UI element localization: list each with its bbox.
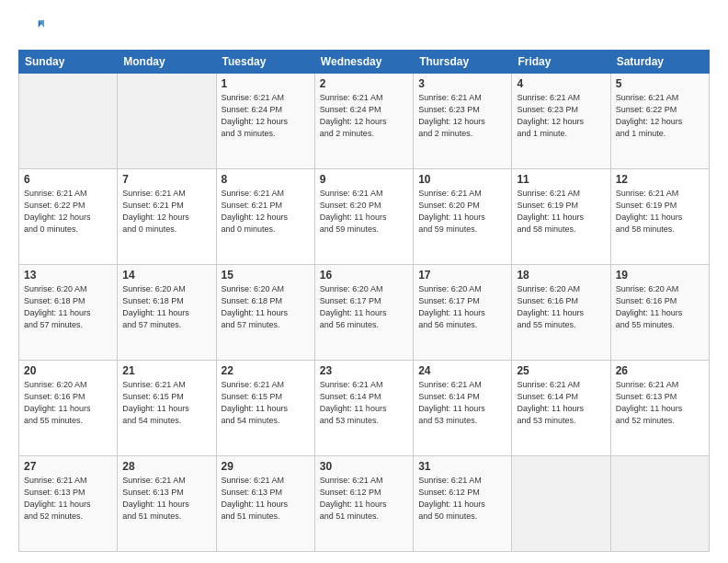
day-info: Sunrise: 6:20 AM Sunset: 6:16 PM Dayligh… (517, 283, 605, 331)
logo-icon (18, 15, 44, 40)
day-info: Sunrise: 6:20 AM Sunset: 6:16 PM Dayligh… (616, 283, 704, 331)
day-number: 6 (24, 173, 112, 186)
calendar-cell: 14Sunrise: 6:20 AM Sunset: 6:18 PM Dayli… (118, 265, 216, 361)
calendar-header: SundayMondayTuesdayWednesdayThursdayFrid… (19, 51, 710, 74)
day-number: 13 (24, 269, 112, 282)
calendar-cell (512, 456, 610, 552)
day-info: Sunrise: 6:21 AM Sunset: 6:14 PM Dayligh… (418, 379, 506, 427)
calendar-cell: 13Sunrise: 6:20 AM Sunset: 6:18 PM Dayli… (19, 265, 118, 361)
day-number: 22 (222, 364, 310, 377)
day-info: Sunrise: 6:21 AM Sunset: 6:22 PM Dayligh… (616, 92, 704, 140)
day-number: 1 (222, 77, 310, 90)
calendar-cell: 7Sunrise: 6:21 AM Sunset: 6:21 PM Daylig… (118, 169, 216, 265)
day-number: 14 (122, 269, 210, 282)
calendar-cell: 31Sunrise: 6:21 AM Sunset: 6:12 PM Dayli… (414, 456, 512, 552)
calendar-cell: 20Sunrise: 6:20 AM Sunset: 6:16 PM Dayli… (19, 361, 118, 456)
calendar-cell: 5Sunrise: 6:21 AM Sunset: 6:22 PM Daylig… (610, 74, 709, 169)
calendar-cell: 26Sunrise: 6:21 AM Sunset: 6:13 PM Dayli… (610, 361, 709, 456)
day-info: Sunrise: 6:20 AM Sunset: 6:18 PM Dayligh… (222, 283, 310, 331)
header-row: SundayMondayTuesdayWednesdayThursdayFrid… (19, 51, 710, 74)
day-number: 3 (418, 77, 506, 90)
day-number: 19 (616, 269, 704, 282)
day-number: 4 (517, 77, 605, 90)
day-info: Sunrise: 6:21 AM Sunset: 6:24 PM Dayligh… (320, 92, 408, 140)
day-number: 9 (320, 173, 408, 186)
calendar-cell: 11Sunrise: 6:21 AM Sunset: 6:19 PM Dayli… (512, 169, 610, 265)
day-info: Sunrise: 6:21 AM Sunset: 6:13 PM Dayligh… (24, 475, 112, 523)
day-number: 20 (24, 364, 112, 377)
header (18, 15, 710, 40)
day-number: 24 (418, 364, 506, 377)
day-info: Sunrise: 6:21 AM Sunset: 6:19 PM Dayligh… (517, 188, 605, 236)
calendar-cell: 23Sunrise: 6:21 AM Sunset: 6:14 PM Dayli… (314, 361, 413, 456)
day-number: 5 (616, 77, 704, 90)
day-info: Sunrise: 6:21 AM Sunset: 6:20 PM Dayligh… (320, 188, 408, 236)
day-number: 21 (122, 364, 210, 377)
calendar-body: 1Sunrise: 6:21 AM Sunset: 6:24 PM Daylig… (19, 74, 710, 552)
day-number: 29 (222, 460, 310, 473)
calendar-cell: 6Sunrise: 6:21 AM Sunset: 6:22 PM Daylig… (19, 169, 118, 265)
calendar-cell: 1Sunrise: 6:21 AM Sunset: 6:24 PM Daylig… (216, 74, 314, 169)
day-info: Sunrise: 6:21 AM Sunset: 6:24 PM Dayligh… (222, 92, 310, 140)
day-info: Sunrise: 6:21 AM Sunset: 6:15 PM Dayligh… (122, 379, 210, 427)
calendar-cell: 19Sunrise: 6:20 AM Sunset: 6:16 PM Dayli… (610, 265, 709, 361)
day-number: 27 (24, 460, 112, 473)
day-info: Sunrise: 6:21 AM Sunset: 6:13 PM Dayligh… (222, 475, 310, 523)
day-info: Sunrise: 6:21 AM Sunset: 6:21 PM Dayligh… (222, 188, 310, 236)
calendar-cell: 10Sunrise: 6:21 AM Sunset: 6:20 PM Dayli… (414, 169, 512, 265)
calendar-cell: 22Sunrise: 6:21 AM Sunset: 6:15 PM Dayli… (216, 361, 314, 456)
calendar-cell: 30Sunrise: 6:21 AM Sunset: 6:12 PM Dayli… (314, 456, 413, 552)
day-info: Sunrise: 6:21 AM Sunset: 6:12 PM Dayligh… (418, 475, 506, 523)
day-info: Sunrise: 6:21 AM Sunset: 6:13 PM Dayligh… (616, 379, 704, 427)
day-info: Sunrise: 6:21 AM Sunset: 6:19 PM Dayligh… (616, 188, 704, 236)
header-day-sunday: Sunday (19, 51, 118, 74)
week-row-0: 1Sunrise: 6:21 AM Sunset: 6:24 PM Daylig… (19, 74, 710, 169)
calendar-cell: 27Sunrise: 6:21 AM Sunset: 6:13 PM Dayli… (19, 456, 118, 552)
day-number: 26 (616, 364, 704, 377)
calendar-cell: 25Sunrise: 6:21 AM Sunset: 6:14 PM Dayli… (512, 361, 610, 456)
calendar-cell: 3Sunrise: 6:21 AM Sunset: 6:23 PM Daylig… (414, 74, 512, 169)
calendar-cell: 4Sunrise: 6:21 AM Sunset: 6:23 PM Daylig… (512, 74, 610, 169)
calendar-cell: 16Sunrise: 6:20 AM Sunset: 6:17 PM Dayli… (314, 265, 413, 361)
calendar-cell: 24Sunrise: 6:21 AM Sunset: 6:14 PM Dayli… (414, 361, 512, 456)
header-day-monday: Monday (118, 51, 216, 74)
day-number: 28 (122, 460, 210, 473)
day-number: 23 (320, 364, 408, 377)
week-row-4: 27Sunrise: 6:21 AM Sunset: 6:13 PM Dayli… (19, 456, 710, 552)
day-number: 11 (517, 173, 605, 186)
day-info: Sunrise: 6:20 AM Sunset: 6:18 PM Dayligh… (122, 283, 210, 331)
header-day-saturday: Saturday (610, 51, 709, 74)
day-number: 17 (418, 269, 506, 282)
calendar-cell (118, 74, 216, 169)
week-row-2: 13Sunrise: 6:20 AM Sunset: 6:18 PM Dayli… (19, 265, 710, 361)
day-info: Sunrise: 6:20 AM Sunset: 6:16 PM Dayligh… (24, 379, 112, 427)
day-number: 7 (122, 173, 210, 186)
day-number: 30 (320, 460, 408, 473)
day-info: Sunrise: 6:21 AM Sunset: 6:14 PM Dayligh… (517, 379, 605, 427)
day-info: Sunrise: 6:20 AM Sunset: 6:18 PM Dayligh… (24, 283, 112, 331)
day-info: Sunrise: 6:21 AM Sunset: 6:15 PM Dayligh… (222, 379, 310, 427)
header-day-tuesday: Tuesday (216, 51, 314, 74)
day-info: Sunrise: 6:21 AM Sunset: 6:14 PM Dayligh… (320, 379, 408, 427)
header-day-friday: Friday (512, 51, 610, 74)
day-info: Sunrise: 6:21 AM Sunset: 6:12 PM Dayligh… (320, 475, 408, 523)
calendar-cell: 2Sunrise: 6:21 AM Sunset: 6:24 PM Daylig… (314, 74, 413, 169)
day-info: Sunrise: 6:20 AM Sunset: 6:17 PM Dayligh… (418, 283, 506, 331)
day-info: Sunrise: 6:21 AM Sunset: 6:23 PM Dayligh… (517, 92, 605, 140)
calendar-cell: 21Sunrise: 6:21 AM Sunset: 6:15 PM Dayli… (118, 361, 216, 456)
calendar-cell: 17Sunrise: 6:20 AM Sunset: 6:17 PM Dayli… (414, 265, 512, 361)
calendar-cell: 15Sunrise: 6:20 AM Sunset: 6:18 PM Dayli… (216, 265, 314, 361)
calendar-cell: 29Sunrise: 6:21 AM Sunset: 6:13 PM Dayli… (216, 456, 314, 552)
day-info: Sunrise: 6:20 AM Sunset: 6:17 PM Dayligh… (320, 283, 408, 331)
calendar-cell: 8Sunrise: 6:21 AM Sunset: 6:21 PM Daylig… (216, 169, 314, 265)
week-row-3: 20Sunrise: 6:20 AM Sunset: 6:16 PM Dayli… (19, 361, 710, 456)
day-number: 12 (616, 173, 704, 186)
page: SundayMondayTuesdayWednesdayThursdayFrid… (0, 0, 728, 563)
calendar-cell (19, 74, 118, 169)
day-info: Sunrise: 6:21 AM Sunset: 6:20 PM Dayligh… (418, 188, 506, 236)
day-number: 18 (517, 269, 605, 282)
calendar-cell (610, 456, 709, 552)
day-number: 16 (320, 269, 408, 282)
calendar-cell: 28Sunrise: 6:21 AM Sunset: 6:13 PM Dayli… (118, 456, 216, 552)
calendar-cell: 18Sunrise: 6:20 AM Sunset: 6:16 PM Dayli… (512, 265, 610, 361)
